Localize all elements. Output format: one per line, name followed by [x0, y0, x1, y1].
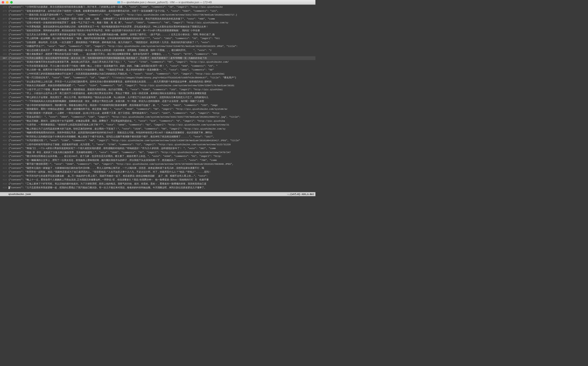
- line-content: {"content": "今天在公园看见一老太太和老爷爷在吵架，老太太说：哼，当…: [8, 56, 207, 60]
- line-content: {"content": "隔壁单元里的一家被盗了，大家都纳闷他们家的金毛咋没叫唤…: [8, 166, 204, 170]
- line-content: {"content": "老公总说楼主是条汉子，不够柔媚性感。楼主忽然想起一本小…: [8, 48, 211, 53]
- line-content: {"content": "在一辆爆满的公交车上，挤到了一位美女后边，发觉她身上香…: [8, 158, 216, 162]
- line-number: 389: [0, 64, 8, 68]
- line-content: {"content": "带七岁的儿子去理发，我先理完了，再让儿子理。我对理发师…: [8, 96, 208, 99]
- code-line[interactable]: 412{"content": "楼主和闺女陪着老公去买衣服。。。老公近200斤。…: [0, 154, 315, 158]
- code-line[interactable]: 420{"content": "儿子总是喜欢和我老婆睡一起，把我的位置霸占了我只…: [0, 186, 315, 190]
- line-number: 416: [0, 170, 8, 174]
- code-line[interactable]: 398{"content": "一下班我就风风火火的拉着我到电脑前，笑眯眯的说道…: [0, 99, 315, 103]
- code-line[interactable]: 389{"content": "今天在我哥家里洗澡，不小心被小侄女看了个精光！稞…: [0, 64, 315, 68]
- line-number: 393: [0, 80, 8, 84]
- line-content: {"content": "这几天女儿在学乘法，老师天天要求家长监督孩子背口诀。他…: [8, 33, 215, 37]
- editor-area[interactable]: 374{"content": "小学时因为比较调皮，班主任把我安排到前排座位挨着…: [0, 5, 315, 196]
- line-number: 403: [0, 119, 8, 123]
- code-line[interactable]: 374{"content": "小学时因为比较调皮，班主任把我安排到前排座位挨着…: [0, 5, 315, 9]
- code-line[interactable]: 390{"content": "本人幼师一枚，前两天有个辅导班的老师请我去带两天…: [0, 68, 315, 72]
- code-line[interactable]: 401{"content": "在我们那里有一代课老师，一上课时，一学生问老师，…: [0, 111, 315, 115]
- line-number: 398: [0, 99, 8, 103]
- code-line[interactable]: 404{"content": "大清早的，一男同事跟我说："佳佳你早上怕迟到没刷…: [0, 123, 315, 127]
- maximize-icon[interactable]: [10, 1, 13, 4]
- code-line[interactable]: 414{"content": "要不留个微信联系吧！", "vote": "29…: [0, 162, 315, 166]
- line-number: 376: [0, 13, 8, 17]
- code-line[interactable]: 391{"content": "上午时邻居三岁的双胞胎姐弟俩动手打起来了，问其原…: [0, 72, 315, 76]
- code-line[interactable]: 399{"content": "读小学的时候我跟我妈骂，我妈要打我，我爸爸拉都拉…: [0, 103, 315, 107]
- line-content: {"content": "昨天和当护士的老婆开玩笑说要去献 血,万一抽血的护士看…: [8, 174, 208, 178]
- line-content: {"content": "冰糖葫芦开会了", "vote": "402", "c…: [8, 44, 239, 48]
- line-number: 377: [0, 17, 8, 21]
- line-content: {"content": "一朋友问我:东北是不是特冷啊？", "vote": "…: [8, 13, 237, 17]
- code-line[interactable]: 403{"content": "刚走石铜路，朋友问，这附近有个女子监狱吧，好像进…: [0, 119, 315, 123]
- line-number: 415: [0, 166, 8, 170]
- code-line[interactable]: 375{"content": "老爸老妈都是钓迷，去年他们还休了假想挖一口鱼塘。…: [0, 9, 315, 13]
- code-line[interactable]: 411{"content": "我姐 怀 孕后，老妈买了大鱼大肉让她加营养，无奈…: [0, 151, 315, 154]
- line-number: 380: [0, 29, 8, 33]
- line-content: {"content": "工地上新来了个铲车司机，有认识他的都叫他老刘。为了方便…: [8, 182, 206, 186]
- line-content: {"content": "从山里走到镇上上幼儿园，开学没一个人认识就沉默的看书。…: [8, 80, 211, 84]
- code-line[interactable]: 413{"content": "在一辆爆满的公交车上，挤到了一位美女后边，发觉她…: [0, 158, 315, 162]
- line-content: {"content": "晚上十一点，看宿舍四个人都躺床上不想去洗澡,正当我脱完…: [8, 178, 209, 182]
- code-line[interactable]: 393{"content": "从山里走到镇上上幼儿园，开学没一个人认识就沉默的…: [0, 80, 315, 84]
- code-line[interactable]: 388{"content": "表弟处对象每天和女友如胶似漆形影不离，舅妈满心的…: [0, 60, 315, 64]
- code-line[interactable]: 395{"content": "小侄子早上打了个喷嚏，看他鼻子酸的要哭，我安慰他…: [0, 88, 315, 92]
- code-line[interactable]: 396{"content": "早上，小侄说什么也不去上学！再三追问下小侄委屈的…: [0, 92, 315, 96]
- line-content: {"content": "老爸老妈都是钓迷，去年他们还休了假想挖一口鱼塘。老爸要…: [8, 9, 218, 13]
- line-content: {"content": "上初中的时候哥哥就学会了抽烟，但是爸妈不知道，此为背景…: [8, 143, 231, 147]
- code-line[interactable]: 405{"content": "晚上和老公为了点鸡毛蒜皮的事大吵了起来。吵的正激…: [0, 127, 315, 131]
- code-line[interactable]: 402{"content": "至老去的我们！ ", "vote": "3504…: [0, 115, 315, 119]
- code-line[interactable]: 376{"content": "一朋友问我:东北是不是特冷啊？", "vote"…: [0, 13, 315, 17]
- code-line[interactable]: 417{"content": "昨天和当护士的老婆开玩笑说要去献 血,万一抽血的…: [0, 174, 315, 178]
- line-number: 383: [0, 41, 8, 45]
- code-line[interactable]: 378{"content": "记得小时候有一次爸妈吵架吵得挺厉害了，老爸一气之…: [0, 21, 315, 25]
- code-line[interactable]: 419{"content": "工地上新来了个铲车司机，有认识他的都叫他老刘。为…: [0, 182, 315, 186]
- code-line[interactable]: 379{"content": "今天看电视剧，里面说就算你化成灰我都认识你，结果…: [0, 25, 315, 29]
- code-line[interactable]: 381{"content": "这几天女儿在学乘法，老师天天要求家长监督孩子背口…: [0, 33, 315, 37]
- line-number: 375: [0, 9, 8, 13]
- code-line[interactable]: 380{"content": "姑姑住院回来，我和妈妈去探望，然后姑姑就说'现在…: [0, 29, 315, 33]
- line-content: {"content": "儿子总是喜欢和我老婆睡一起，把我的位置霸占了我只能自己…: [8, 186, 206, 190]
- line-content: {"content": "和同学在一起吃饭，他说:"我最终还是成为了自己最厌恶的…: [8, 170, 211, 174]
- code-line[interactable]: 409{"content": "上初中的时候哥哥就学会了抽烟，但是爸妈不知道，此…: [0, 143, 315, 147]
- line-content: {"content": "大清早的，一男同事跟我说："佳佳你早上怕迟到没刷牙就来…: [8, 123, 229, 127]
- line-content: {"content": "小学时因为比较调皮，班主任把我安排到前排座位挨着门，到…: [8, 5, 223, 9]
- code-line[interactable]: 407{"content": "昨天听别人说失眠的话放个水果在床头有助睡眠，晚上…: [0, 135, 315, 139]
- code-line[interactable]: 410{"content": "商场门口，一个3-4岁的小男孩应该是刚实现了一个…: [0, 146, 315, 151]
- line-content: {"content": "读小学的时候我跟我妈骂，我妈要打我，我爸爸拉都拉不住，…: [8, 103, 218, 107]
- line-number: 414: [0, 162, 8, 166]
- code-line[interactable]: 386{"content": "楼主准备要孩子，就把养了两年的金毛送回了娘家。。…: [0, 52, 315, 56]
- line-content: {"content": "跟闺蜜逛街，看到一对情侣走进酒店，闺蜜一副很懂的样子说…: [8, 107, 227, 111]
- code-line[interactable]: 387{"content": "今天在公园看见一老太太和老爷爷在吵架，老太太说：…: [0, 56, 315, 60]
- line-content: {"content": "本人幼师一枚，前两天有个辅导班的老师请我去带两天六年级…: [8, 68, 214, 72]
- line-number: 392: [0, 76, 8, 80]
- line-number: 417: [0, 174, 8, 178]
- line-number: 382: [0, 37, 8, 41]
- code-line[interactable]: 384{"content": "冰糖葫芦开会了", "vote": "402",…: [0, 44, 315, 48]
- line-content: {"content": "今天看电视剧，里面说就算你化成灰我都认识你，结果我室友…: [8, 25, 208, 29]
- line-number: 406: [0, 131, 8, 135]
- code-line[interactable]: 383{"content": "以前感冒，都会吃药，打点滴。一次又感冒了，朋友跟…: [0, 41, 315, 45]
- line-content: {"content": "一同学买袜子直接买了25双，以为他是穿一双扔一双的，结…: [8, 17, 215, 21]
- line-number: 395: [0, 88, 8, 92]
- line-number: 384: [0, 44, 8, 48]
- code-line[interactable]: 408{"content": "今天好朋友问我！", "vote": "2299…: [0, 139, 315, 143]
- line-content: {"content": "商场门口，一个3-4岁的小男孩应该是刚实现了一个很久就…: [8, 146, 216, 151]
- line-content: {"content": "俺爹妈看着电视看的好好的，突然争得面红耳赤，起因是我妈…: [8, 131, 212, 135]
- code-line[interactable]: 415{"content": "隔壁单元里的一家被盗了，大家都纳闷他们家的金毛咋…: [0, 166, 315, 170]
- code-line[interactable]: 385{"content": "老公总说楼主是条汉子，不够柔媚性感。楼主忽然想起…: [0, 48, 315, 53]
- titlebar: 3 — qiushibaike.json (~/lesson_python/3)…: [0, 0, 315, 5]
- line-number: 418: [0, 178, 8, 182]
- line-number: 419: [0, 182, 8, 186]
- code-line[interactable]: 377{"content": "一同学买袜子直接买了25双，以为他是穿一双扔一双…: [0, 17, 315, 21]
- line-number: 379: [0, 25, 8, 29]
- code-line[interactable]: 392{"content": "有一只汪陪你过冬天", "vote": "389…: [0, 76, 315, 80]
- code-line[interactable]: 397{"content": "带七岁的儿子去理发，我先理完了，再让儿子理。我对…: [0, 96, 315, 99]
- line-content: {"content": "早上跟同事一起去喝粥，他小孩打电话来告状："爸爸，我妈…: [8, 37, 220, 41]
- minimize-icon[interactable]: [6, 1, 8, 4]
- code-line[interactable]: 418{"content": "晚上十一点，看宿舍四个人都躺床上不想去洗澡,正当…: [0, 178, 315, 182]
- code-line[interactable]: 400{"content": "跟闺蜜逛街，看到一对情侣走进酒店，闺蜜一副很懂的…: [0, 107, 315, 111]
- line-number: 386: [0, 52, 8, 56]
- code-line[interactable]: 382{"content": "早上跟同事一起去喝粥，他小孩打电话来告状："爸爸…: [0, 37, 315, 41]
- code-line[interactable]: 406{"content": "俺爹妈看着电视看的好好的，突然争得面红耳赤，起因…: [0, 131, 315, 135]
- close-icon[interactable]: [2, 1, 4, 4]
- code-line[interactable]: 394{"content": "表妹夫让表妹减肥，表妹说你戒烟我就减肥！", "…: [0, 84, 315, 88]
- code-line[interactable]: 416{"content": "和同学在一起吃饭，他说:"我最终还是成为了自己最…: [0, 170, 315, 174]
